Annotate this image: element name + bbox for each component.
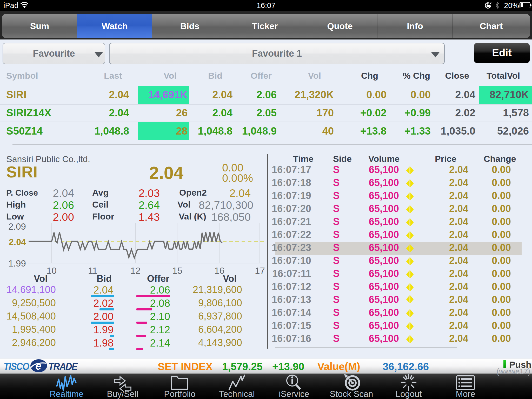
svg-text:e: e [35, 360, 41, 372]
